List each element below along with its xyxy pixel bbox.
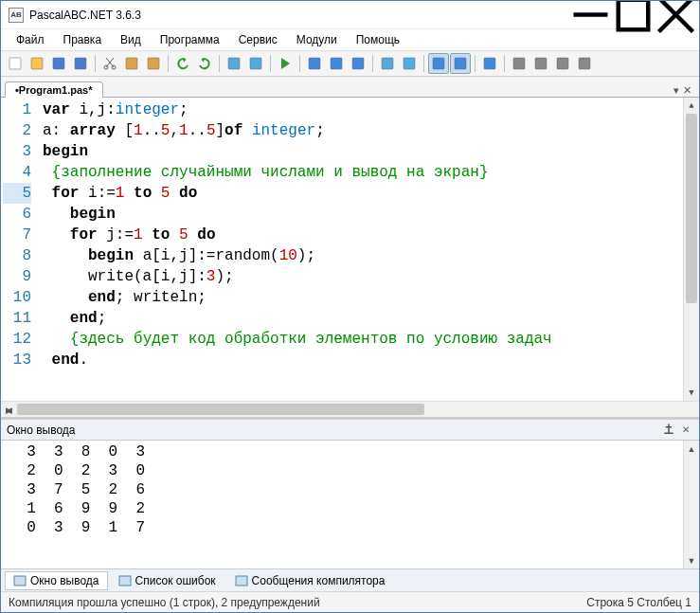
help1-icon[interactable] [509, 53, 529, 74]
redo-icon[interactable] [194, 53, 215, 74]
svg-rect-27 [579, 58, 590, 69]
panel1-icon[interactable] [428, 53, 449, 74]
status-message: Компиляция прошла успешно (1 строк), 2 п… [9, 596, 586, 609]
window-title: PascalABC.NET 3.6.3 [29, 9, 569, 22]
toolbar-separator [168, 55, 169, 72]
scroll-down-icon[interactable]: ▼ [684, 552, 699, 568]
toolbar-separator [504, 55, 505, 72]
svg-rect-24 [513, 58, 525, 69]
menu-модули[interactable]: Модули [287, 30, 347, 49]
menu-сервис[interactable]: Сервис [229, 30, 287, 49]
menu-bar: ФайлПравкаВидПрограммаСервисМодулиПомощь [1, 29, 699, 50]
output-panel: Окно вывода ✕ 3 3 8 0 3 2 0 2 3 0 3 7 5 … [1, 417, 699, 568]
toolbar-separator [423, 55, 424, 72]
insert-template-icon[interactable] [377, 53, 398, 74]
pin-icon[interactable] [661, 423, 676, 438]
scroll-thumb[interactable] [686, 114, 697, 303]
file-tab[interactable]: •Program1.pas* [5, 81, 103, 98]
tab-icon [13, 574, 27, 587]
panel-close-icon[interactable]: ✕ [678, 423, 693, 438]
panel3-icon[interactable] [479, 53, 500, 74]
svg-rect-25 [535, 58, 547, 69]
bottom-tab-сообщения-компилятора[interactable]: Сообщения компилятора [226, 571, 394, 590]
svg-rect-20 [404, 58, 415, 69]
save-all-icon[interactable] [70, 53, 91, 74]
help2-icon[interactable] [530, 53, 551, 74]
svg-rect-23 [484, 58, 495, 69]
navigate-back-icon[interactable] [224, 53, 244, 74]
output-text[interactable]: 3 3 8 0 3 2 0 2 3 0 3 7 5 2 6 1 6 9 9 2 … [1, 441, 683, 568]
output-header: Окно вывода ✕ [1, 420, 699, 441]
svg-rect-26 [557, 58, 568, 69]
code-area[interactable]: var i,j:integer;a: array [1..5,1..5]of i… [39, 98, 683, 401]
new-file-icon[interactable] [5, 53, 26, 74]
scroll-up-icon[interactable]: ▲ [684, 441, 699, 457]
scroll-up-icon[interactable]: ▲ [684, 98, 699, 114]
run-icon[interactable] [275, 53, 296, 74]
menu-помощь[interactable]: Помощь [347, 30, 409, 49]
toolbar [1, 50, 699, 77]
minimize-button[interactable] [569, 2, 612, 28]
menu-вид[interactable]: Вид [111, 30, 151, 49]
open-file-icon[interactable] [27, 53, 47, 74]
svg-rect-29 [119, 576, 131, 586]
scroll-down-icon[interactable]: ▼ [684, 385, 699, 401]
help4-icon[interactable] [574, 53, 595, 74]
svg-rect-16 [309, 58, 320, 69]
svg-rect-12 [126, 58, 137, 69]
maximize-button[interactable] [612, 2, 655, 28]
output-vertical-scrollbar[interactable]: ▲ ▼ [683, 441, 699, 568]
help3-icon[interactable] [552, 53, 573, 74]
toolbar-separator [299, 55, 300, 72]
status-bar: Компиляция прошла успешно (1 строк), 2 п… [1, 591, 699, 612]
toolbar-separator [475, 55, 476, 72]
svg-rect-13 [148, 58, 159, 69]
bottom-tab-label: Список ошибок [135, 574, 216, 587]
bottom-tab-окно-вывода[interactable]: Окно вывода [5, 571, 108, 590]
close-button[interactable] [655, 2, 697, 28]
step-over-icon[interactable] [304, 53, 325, 74]
copy-icon[interactable] [121, 53, 142, 74]
svg-rect-1 [619, 0, 649, 29]
svg-rect-7 [75, 58, 86, 69]
bottom-tab-label: Окно вывода [30, 574, 99, 587]
svg-rect-18 [352, 58, 364, 69]
svg-rect-17 [331, 58, 342, 69]
tab-icon [118, 574, 132, 587]
editor-vertical-scrollbar[interactable]: ▲ ▼ [683, 98, 699, 401]
svg-rect-19 [382, 58, 393, 69]
output-title: Окно вывода [7, 424, 659, 437]
step-into-icon[interactable] [326, 53, 347, 74]
svg-rect-5 [31, 58, 43, 69]
stop-icon[interactable] [348, 53, 368, 74]
scroll-right-icon[interactable]: ▶ [1, 402, 17, 418]
tab-icon [235, 574, 248, 587]
panel2-icon[interactable] [450, 53, 471, 74]
paste-icon[interactable] [143, 53, 164, 74]
menu-правка[interactable]: Правка [54, 30, 112, 49]
toolbar-separator [95, 55, 96, 72]
menu-файл[interactable]: Файл [7, 30, 54, 49]
toolbar-separator [219, 55, 220, 72]
bottom-tab-label: Сообщения компилятора [252, 574, 386, 587]
cut-icon[interactable] [99, 53, 120, 74]
scroll-thumb-h[interactable] [17, 404, 424, 415]
tab-strip: •Program1.pas* ▾ ✕ [1, 77, 699, 98]
format-icon[interactable] [399, 53, 420, 74]
toolbar-separator [372, 55, 373, 72]
code-editor[interactable]: 12345678910111213 var i,j:integer;a: arr… [1, 98, 699, 401]
bottom-tab-список-ошибок[interactable]: Список ошибок [110, 571, 224, 590]
undo-icon[interactable] [172, 53, 193, 74]
svg-rect-28 [14, 576, 26, 586]
editor-horizontal-scrollbar[interactable]: ◀ ▶ [1, 401, 699, 417]
tab-dropdown-icon[interactable]: ▾ [673, 84, 679, 97]
navigate-forward-icon[interactable] [245, 53, 266, 74]
tab-close-icon[interactable]: ✕ [683, 84, 691, 97]
menu-программа[interactable]: Программа [151, 30, 229, 49]
cursor-position: Строка 5 Столбец 1 [586, 596, 691, 609]
svg-rect-21 [433, 58, 444, 69]
svg-rect-14 [228, 58, 240, 69]
svg-rect-22 [455, 58, 466, 69]
svg-rect-4 [9, 58, 21, 69]
save-icon[interactable] [48, 53, 69, 74]
